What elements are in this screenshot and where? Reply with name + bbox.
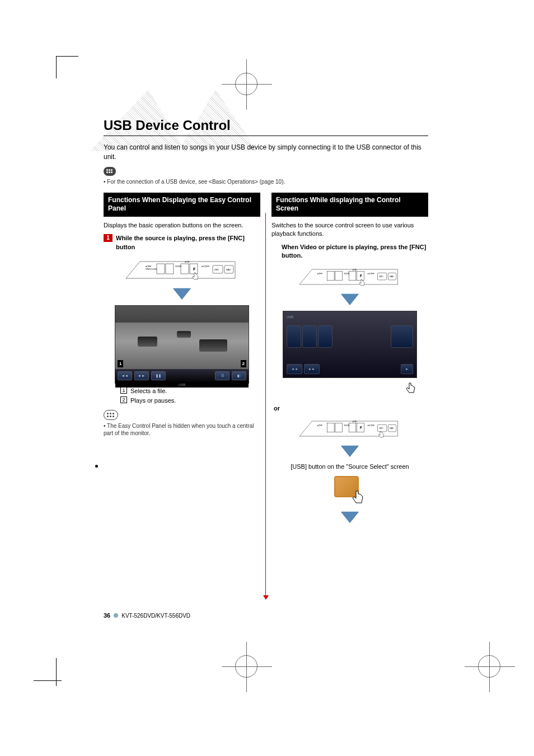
svg-rect-15 — [335, 272, 343, 281]
svg-text:●V.OFF: ●V.OFF — [368, 424, 375, 427]
legend-2-text: Plays or pauses. — [130, 396, 176, 405]
or-text: or — [274, 404, 428, 413]
page-title: USB Device Control — [104, 118, 428, 133]
svg-text:●TEL: ●TEL — [353, 269, 358, 271]
step-number-1: 1 — [104, 234, 113, 242]
arrow-down-icon-4 — [341, 512, 359, 523]
margin-dot — [95, 465, 98, 468]
svg-rect-28 — [335, 423, 343, 432]
svg-text:F: F — [360, 426, 362, 430]
column-divider-arrow — [265, 213, 266, 599]
svg-rect-1 — [166, 264, 174, 274]
device-panel-illustration: ●OFF OPEN /CLOSE SCRN ●TEL ●V.OFF SRC NA… — [123, 256, 241, 284]
source-select-button-icon — [333, 475, 367, 508]
svg-text:●TEL: ●TEL — [185, 260, 191, 263]
svg-rect-29 — [349, 423, 356, 432]
right-column: Functions While displaying the Control S… — [271, 193, 428, 533]
svg-text:●V.OFF: ●V.OFF — [202, 265, 209, 268]
svg-text:●TEL: ●TEL — [353, 421, 358, 423]
note-icon — [104, 167, 116, 176]
right-body-1: Switches to the source control screen to… — [271, 221, 428, 239]
step-1-text: While the source is playing, press the [… — [116, 234, 260, 251]
svg-text:●OFF: ●OFF — [317, 273, 323, 275]
svg-text:SRC: SRC — [214, 268, 219, 271]
svg-text:SCRN: SCRN — [344, 273, 350, 275]
svg-text:SCRN: SCRN — [344, 424, 350, 427]
svg-rect-16 — [349, 272, 356, 281]
control-screen: USB ◄◄ ►► ► — [283, 311, 417, 378]
footer-dot-icon — [114, 613, 118, 618]
hand-cursor-icon — [405, 381, 417, 396]
legend-2-num: 2 — [120, 396, 127, 403]
legend-1-num: 1 — [120, 387, 127, 394]
footer-model: KVT-526DVD/KVT-556DVD — [121, 613, 190, 619]
svg-text:F: F — [360, 274, 362, 278]
svg-text:●OFF: ●OFF — [146, 265, 152, 268]
easy-panel-note: • The Easy Control Panel is hidden when … — [104, 422, 260, 437]
note-connection: • For the connection of a USB device, se… — [104, 179, 428, 185]
device-panel-illustration-2: ●OFF SCRN ●TEL ●V.OFF SRC NAV F — [297, 264, 403, 290]
svg-text:SRC: SRC — [379, 428, 383, 430]
right-step-text: When Video or picture is playing, press … — [282, 243, 428, 260]
svg-text:NAV: NAV — [226, 268, 231, 271]
svg-text:SRC: SRC — [379, 276, 383, 278]
svg-rect-2 — [181, 264, 189, 274]
svg-text:NAV: NAV — [390, 428, 394, 430]
left-body-1: Displays the basic operation buttons on … — [104, 221, 260, 230]
svg-text:●V.OFF: ●V.OFF — [368, 273, 375, 275]
note-icon-outline — [104, 410, 118, 420]
legend-1-text: Selects a file. — [130, 387, 167, 395]
easy-control-screen: 1 2 ◄◄ ►► ❚❚ ☰ ◧ USB — [115, 305, 249, 384]
usb-button-caption: [USB] button on the "Source Select" scre… — [271, 463, 428, 471]
svg-rect-0 — [157, 264, 165, 274]
svg-text:F: F — [193, 267, 196, 271]
page-content: USB Device Control You can control and l… — [104, 118, 428, 533]
arrow-down-icon-3 — [341, 446, 359, 457]
arrow-down-icon — [173, 288, 191, 300]
page-number: 36 — [104, 612, 110, 619]
right-section-header: Functions While displaying the Control S… — [271, 193, 428, 217]
svg-text:OPEN /CLOSE: OPEN /CLOSE — [146, 268, 157, 270]
left-column: Functions When Displaying the Easy Contr… — [104, 193, 260, 533]
svg-rect-27 — [327, 423, 335, 432]
svg-text:SCRN: SCRN — [175, 265, 181, 268]
intro-text: You can control and listen to songs in y… — [104, 143, 428, 162]
page-footer: 36 KVT-526DVD/KVT-556DVD — [104, 612, 190, 619]
svg-rect-14 — [327, 272, 335, 281]
svg-text:NAV: NAV — [390, 276, 394, 278]
left-section-header: Functions When Displaying the Easy Contr… — [104, 193, 260, 217]
svg-text:●OFF: ●OFF — [317, 424, 323, 427]
arrow-down-icon-2 — [341, 294, 359, 305]
device-panel-illustration-3: ●OFF SCRN ●TEL ●V.OFF SRC NAV F — [297, 416, 403, 441]
